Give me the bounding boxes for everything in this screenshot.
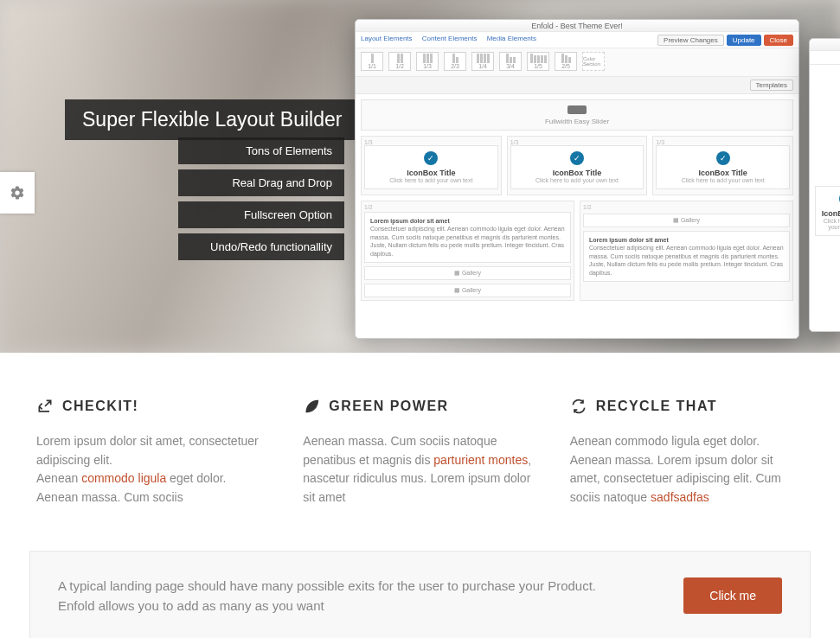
leaf-icon bbox=[303, 398, 320, 415]
builder-mockup: Enfold - Best Theme Ever! Layout Element… bbox=[355, 19, 799, 339]
column-text: Aenean massa. Cum sociis natoque penatib… bbox=[303, 432, 536, 507]
preview-button[interactable]: Preview Changes bbox=[657, 35, 724, 46]
feature-item: Tons of Elements bbox=[178, 137, 344, 164]
fraction-block[interactable]: 2/3 bbox=[444, 52, 466, 71]
feature-list: Tons of Elements Real Drag and Drop Full… bbox=[178, 137, 344, 265]
text-card[interactable]: 1/2 ▦ Gallery Lorem ipsum dolor sit amet… bbox=[580, 201, 793, 301]
text-link[interactable]: commodo ligula bbox=[81, 471, 166, 485]
fraction-color-section[interactable]: Color Section bbox=[582, 52, 605, 71]
feature-item: Real Drag and Drop bbox=[178, 169, 344, 196]
iconbox-column[interactable]: 1/3✓IconBox TitleClick here to add your … bbox=[507, 136, 648, 195]
column-heading: GREEN POWER bbox=[303, 398, 536, 415]
column-heading: CHECKIT! bbox=[36, 398, 270, 415]
check-icon: ✓ bbox=[570, 151, 584, 165]
mockup-tab[interactable]: Content Elements bbox=[422, 35, 478, 42]
mockup-top-band: Layout Elements Content Elements Media E… bbox=[356, 32, 798, 48]
check-icon: ✓ bbox=[424, 151, 438, 165]
settings-tab[interactable] bbox=[0, 172, 35, 214]
feature-item: Fullscreen Option bbox=[178, 201, 344, 228]
page-content: CHECKIT! Lorem ipsum dolor sit amet, con… bbox=[0, 353, 840, 638]
column-text: Lorem ipsum dolor sit amet, consectetuer… bbox=[36, 432, 270, 507]
gallery-block[interactable]: ▦ Gallery bbox=[364, 266, 571, 280]
text-link[interactable]: sadfsadfas bbox=[651, 490, 709, 504]
feature-columns: CHECKIT! Lorem ipsum dolor sit amet, con… bbox=[0, 353, 840, 542]
hero-title-light: Layout Builder bbox=[215, 108, 342, 131]
close-button[interactable]: Close bbox=[764, 35, 793, 46]
fraction-block[interactable]: 1/1 bbox=[361, 52, 383, 71]
cta-button[interactable]: Click me bbox=[683, 577, 782, 614]
recycle-icon bbox=[570, 398, 587, 415]
feature-item: Undo/Redo functionallity bbox=[178, 233, 344, 260]
cta-box: A typical landing page should have many … bbox=[29, 551, 811, 638]
column-checkit: CHECKIT! Lorem ipsum dolor sit amet, con… bbox=[36, 398, 270, 507]
fraction-block[interactable]: 2/5 bbox=[555, 52, 577, 71]
share-icon bbox=[36, 398, 54, 415]
mockup-tab[interactable]: Layout Elements bbox=[361, 35, 413, 42]
text-row: 1/2 Lorem ipsum dolor sit ametConsectetu… bbox=[356, 201, 798, 306]
fraction-blocks: 1/1 1/2 1/3 2/3 1/4 3/4 1/5 2/5 Color Se… bbox=[356, 48, 798, 77]
text-link[interactable]: parturient montes bbox=[433, 453, 528, 467]
check-icon: ✓ bbox=[716, 151, 730, 165]
mockup-tab[interactable]: Media Elements bbox=[487, 35, 536, 42]
text-card[interactable]: 1/2 Lorem ipsum dolor sit ametConsectetu… bbox=[361, 201, 574, 301]
fraction-block[interactable]: 1/3 bbox=[416, 52, 439, 71]
preview-tag[interactable]: Previ bbox=[810, 51, 840, 65]
gear-icon bbox=[10, 185, 25, 201]
column-text: Aenean commodo ligula eget dolor. Aenean… bbox=[570, 432, 804, 507]
secondary-mockup: Previ ✓IconBox TitleClick here to add yo… bbox=[809, 38, 840, 332]
column-recycle: RECYCLE THAT Aenean commodo ligula eget … bbox=[570, 398, 804, 507]
column-green-power: GREEN POWER Aenean massa. Cum sociis nat… bbox=[303, 398, 536, 507]
update-button[interactable]: Update bbox=[727, 35, 761, 46]
gallery-block[interactable]: ▦ Gallery bbox=[583, 214, 790, 227]
hero-title: Super Flexible Layout Builder bbox=[65, 99, 359, 140]
column-heading: RECYCLE THAT bbox=[570, 398, 804, 415]
gallery-block[interactable]: ▦ Gallery bbox=[364, 284, 571, 297]
fraction-block[interactable]: 3/4 bbox=[499, 52, 522, 71]
mockup-top-buttons: Preview Changes Update Close bbox=[657, 35, 793, 46]
slider-nav-icon bbox=[567, 105, 587, 114]
iconbox-row: 1/3✓IconBox TitleClick here to add your … bbox=[356, 131, 798, 201]
window-title: Enfold - Best Theme Ever! bbox=[356, 20, 798, 32]
hero-title-strong: Super Flexible bbox=[82, 108, 209, 131]
fraction-block[interactable]: 1/5 bbox=[527, 52, 549, 71]
fraction-block[interactable]: 1/4 bbox=[471, 52, 494, 71]
hero-banner: Super Flexible Layout Builder Tons of El… bbox=[0, 0, 840, 353]
easy-slider-block[interactable]: Fullwidth Easy Slider bbox=[361, 99, 793, 131]
easy-slider-label: Fullwidth Easy Slider bbox=[545, 118, 609, 125]
cta-text: A typical landing page should have many … bbox=[58, 576, 612, 616]
mockup-tabs: Layout Elements Content Elements Media E… bbox=[361, 35, 544, 42]
templates-row: Templates bbox=[356, 77, 798, 94]
fraction-block[interactable]: 1/2 bbox=[388, 52, 411, 71]
templates-button[interactable]: Templates bbox=[750, 80, 793, 91]
iconbox-column[interactable]: 1/3✓IconBox TitleClick here to add your … bbox=[361, 136, 502, 195]
iconbox-column[interactable]: 1/3✓IconBox TitleClick here to add your … bbox=[652, 136, 793, 195]
